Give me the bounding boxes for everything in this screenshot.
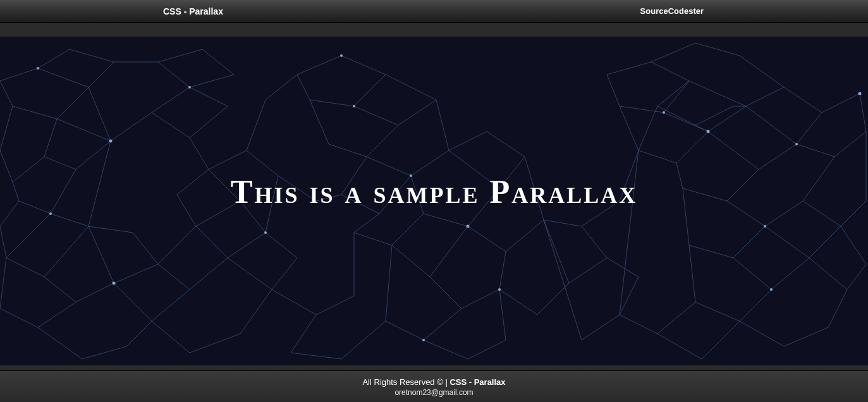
svg-point-14 [37, 67, 39, 70]
footer-rights-text: All Rights Reserved © | [362, 377, 449, 387]
svg-point-4 [353, 105, 355, 107]
page-title: CSS - Parallax [163, 6, 223, 16]
svg-point-1 [49, 212, 52, 215]
spacer-top [0, 23, 868, 37]
svg-point-9 [707, 130, 710, 133]
svg-point-0 [109, 140, 113, 143]
svg-point-12 [770, 288, 773, 291]
svg-point-13 [859, 92, 862, 95]
hero-headline: This is a sample Parallax [231, 173, 638, 210]
svg-point-15 [340, 54, 343, 57]
svg-point-6 [467, 225, 470, 228]
footer-email: oretnom23@gmail.com [0, 388, 868, 397]
svg-point-17 [422, 339, 425, 341]
svg-point-7 [498, 288, 501, 291]
svg-point-3 [264, 231, 267, 234]
footer-rights-name: CSS - Parallax [449, 377, 505, 387]
parallax-hero: This is a sample Parallax [0, 37, 868, 365]
svg-point-10 [795, 143, 798, 145]
site-link[interactable]: SourceCodester [640, 6, 704, 16]
svg-point-16 [113, 282, 116, 285]
svg-point-8 [663, 111, 665, 114]
spacer-bottom [0, 365, 868, 370]
svg-point-11 [764, 225, 766, 228]
svg-point-2 [188, 86, 191, 88]
footer: All Rights Reserved © | CSS - Parallax o… [0, 370, 868, 402]
navbar: CSS - Parallax SourceCodester [0, 0, 868, 23]
footer-rights: All Rights Reserved © | CSS - Parallax [0, 377, 868, 387]
